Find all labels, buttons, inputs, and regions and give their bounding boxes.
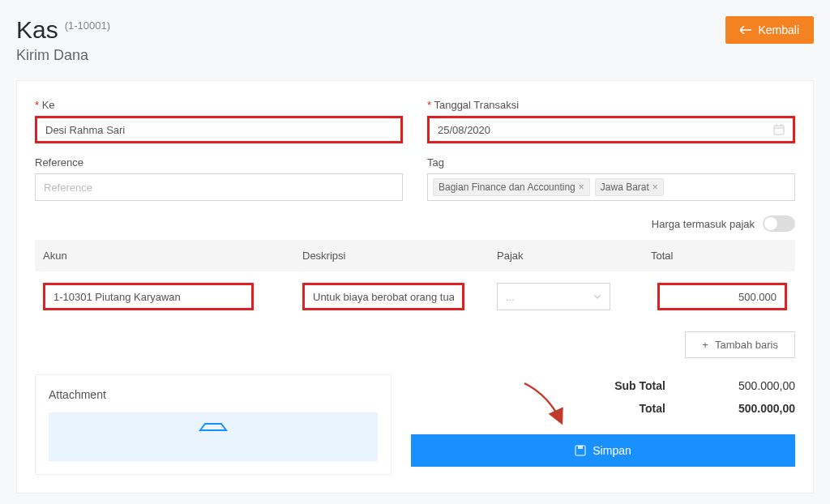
table-row: ... — [35, 271, 795, 322]
ke-label: Ke — [35, 99, 403, 111]
form-panel: Ke Tanggal Transaksi Reference Tag Bagia… — [16, 80, 814, 493]
tag-chip[interactable]: Jawa Barat × — [595, 178, 664, 196]
save-label: Simpan — [593, 444, 631, 457]
subtotal-value: 500.000,00 — [738, 379, 795, 392]
tanggal-label: Tanggal Transaksi — [427, 99, 795, 111]
account-code: (1-10001) — [65, 19, 110, 32]
attachment-title: Attachment — [49, 388, 378, 401]
upload-icon — [195, 421, 231, 450]
table-header: Akun Deskripsi Pajak Total — [35, 240, 795, 271]
total-value: 500.000,00 — [738, 402, 795, 415]
pajak-placeholder: ... — [506, 291, 515, 303]
close-icon[interactable]: × — [579, 182, 584, 193]
attachment-dropzone[interactable] — [49, 412, 378, 461]
tax-toggle[interactable] — [763, 216, 795, 232]
calendar-icon — [773, 124, 785, 135]
tax-toggle-label: Harga termasuk pajak — [652, 218, 755, 230]
back-button[interactable]: Kembali — [725, 16, 814, 44]
deskripsi-input[interactable] — [302, 283, 464, 310]
totals-block: Sub Total 500.000,00 Total 500.000,00 Si… — [411, 374, 795, 475]
add-row-button[interactable]: + Tambah baris — [685, 331, 795, 358]
add-row-label: Tambah baris — [715, 339, 778, 351]
tag-input[interactable]: Bagian Finance dan Accounting × Jawa Bar… — [427, 173, 795, 201]
total-input[interactable] — [657, 283, 787, 310]
tag-label: Tag — [427, 156, 795, 169]
close-icon[interactable]: × — [652, 182, 658, 193]
page-subtitle: Kirim Dana — [16, 47, 110, 64]
attachment-panel: Attachment — [35, 374, 391, 475]
col-pajak: Pajak — [497, 250, 627, 262]
total-label: Total — [640, 402, 665, 415]
reference-label: Reference — [35, 156, 403, 169]
svg-rect-2 — [578, 446, 583, 449]
tanggal-input[interactable] — [430, 118, 793, 141]
col-akun: Akun — [43, 250, 302, 262]
title-text: Kas — [16, 16, 58, 44]
svg-rect-0 — [774, 126, 784, 135]
col-total: Total — [627, 250, 787, 262]
page-title: Kas (1-10001) — [16, 16, 110, 44]
reference-input[interactable] — [35, 173, 403, 201]
arrow-annotation-icon — [516, 379, 573, 428]
plus-icon: + — [702, 339, 708, 351]
tag-chip[interactable]: Bagian Finance dan Accounting × — [433, 178, 590, 196]
save-button[interactable]: Simpan — [411, 434, 795, 467]
subtotal-label: Sub Total — [614, 379, 665, 392]
tag-text: Bagian Finance dan Accounting — [439, 182, 575, 193]
akun-input[interactable] — [43, 283, 254, 310]
chevron-down-icon — [593, 294, 601, 299]
arrow-left-icon — [740, 26, 751, 34]
toggle-knob — [764, 217, 777, 230]
pajak-select[interactable]: ... — [497, 283, 610, 310]
tag-text: Jawa Barat — [601, 182, 649, 193]
save-icon — [575, 445, 586, 456]
back-label: Kembali — [758, 23, 799, 36]
col-deskripsi: Deskripsi — [302, 250, 497, 262]
ke-input[interactable] — [35, 116, 403, 143]
